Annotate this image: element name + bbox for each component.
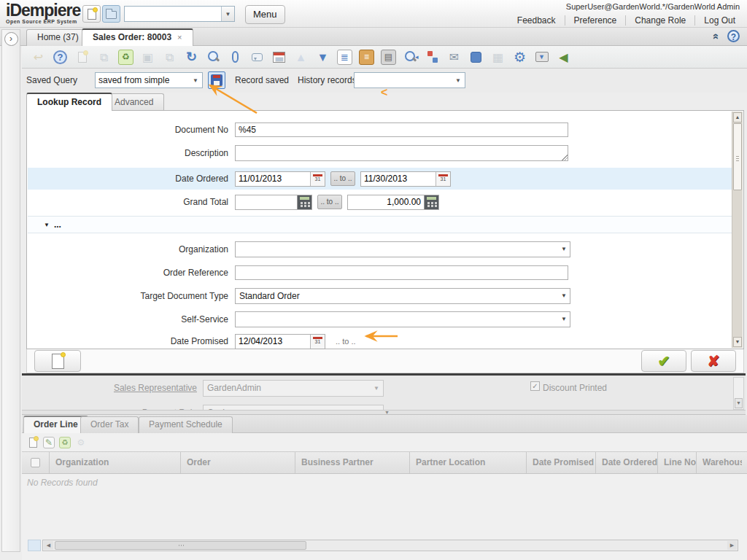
find-icon[interactable]	[206, 50, 221, 65]
delete-line-icon[interactable]: ♻	[59, 437, 71, 448]
self-service-select[interactable]: ▼	[235, 311, 570, 327]
scrollbar-track[interactable]: ◀ ▶	[42, 540, 738, 551]
target-document-type-select[interactable]: Standard Order ▼	[235, 288, 570, 304]
tab-advanced[interactable]: Advanced	[104, 93, 164, 111]
workflow-icon[interactable]	[425, 50, 440, 65]
calendar-icon[interactable]	[310, 335, 325, 349]
scrollbar-thumb[interactable]	[55, 541, 306, 550]
date-promised-from[interactable]	[235, 334, 325, 349]
scroll-up-icon[interactable]: ▲	[733, 112, 742, 122]
date-ordered-to-input[interactable]	[361, 172, 436, 186]
chevron-down-icon[interactable]: ▼	[452, 73, 465, 88]
calculator-icon[interactable]	[297, 195, 311, 209]
ok-button[interactable]: ✔	[641, 350, 686, 372]
scroll-left-icon[interactable]: ◀	[44, 541, 53, 550]
menu-button[interactable]: Menu	[245, 5, 285, 24]
form-vertical-scrollbar[interactable]: ▲ ▼	[732, 112, 743, 348]
grand-total-from-input[interactable]	[236, 195, 297, 209]
self-service-label: Self-Service	[28, 314, 235, 324]
zoom-across-icon[interactable]: ◂	[403, 50, 418, 65]
column-order[interactable]: Order	[181, 452, 295, 473]
close-icon[interactable]: ×	[177, 33, 182, 42]
feedback-link[interactable]: Feedback	[508, 15, 565, 26]
grand-total-to-input[interactable]	[348, 195, 424, 209]
detail-horizontal-scrollbar[interactable]: ◀ ▶	[28, 540, 738, 551]
help-icon[interactable]: ?	[727, 30, 740, 42]
date-range-toggle[interactable]: .. to ..	[330, 171, 355, 186]
requests-icon[interactable]: ✉	[446, 50, 462, 65]
tab-lookup-record[interactable]: Lookup Record	[26, 93, 112, 111]
tab-payment-schedule[interactable]: Payment Schedule	[139, 416, 233, 433]
print-icon[interactable]: ▤	[381, 50, 396, 65]
tab-order-tax[interactable]: Order Tax	[80, 416, 139, 433]
chevron-down-icon[interactable]: ▼	[189, 73, 202, 88]
date-promised-to-label[interactable]: .. to ..	[336, 337, 356, 346]
logout-link[interactable]: Log Out	[694, 15, 744, 26]
tab-sales-order[interactable]: Sales Order: 80003×	[82, 28, 193, 46]
group-collapse-bar[interactable]: ▼ ...	[28, 216, 732, 233]
edit-line-icon[interactable]: ✎	[43, 437, 55, 448]
archive-icon[interactable]: ≡	[359, 50, 374, 65]
grand-total-to[interactable]	[347, 195, 439, 210]
description-input[interactable]	[235, 145, 568, 161]
date-ordered-from-input[interactable]	[236, 172, 310, 186]
process-icon[interactable]: ⚙	[512, 50, 527, 65]
column-line-no[interactable]: Line No	[658, 452, 697, 473]
calendar-icon[interactable]	[436, 172, 450, 186]
detail-record-icon[interactable]: ▼	[315, 50, 330, 65]
discount-printed-label: Discount Printed	[543, 383, 607, 393]
column-organization[interactable]: Organization	[50, 452, 181, 473]
delete-record-icon[interactable]: ♻	[118, 50, 133, 65]
change-role-link[interactable]: Change Role	[625, 15, 694, 26]
history-records-select[interactable]: ▼	[354, 72, 465, 88]
folder-icon	[106, 11, 117, 19]
open-window-button[interactable]	[102, 5, 120, 23]
tab-order-line[interactable]: Order Line	[23, 416, 88, 433]
sales-order-window-disabled: Sales Representative GardenAdmin ▼ ✓ Dis…	[22, 376, 746, 410]
document-no-input[interactable]	[235, 122, 568, 137]
cancel-button[interactable]: ✘	[691, 350, 736, 372]
form-row-description: Description	[28, 143, 732, 163]
help-icon[interactable]: ?	[53, 50, 68, 65]
report-icon[interactable]: ≣	[337, 50, 352, 65]
window-size-icon[interactable]	[468, 50, 484, 65]
column-partner-location[interactable]: Partner Location	[410, 452, 527, 473]
column-business-partner[interactable]: Business Partner	[295, 452, 410, 473]
tab-home[interactable]: Home (37)	[26, 29, 90, 46]
attachment-icon[interactable]	[228, 50, 243, 65]
calendar-icon[interactable]	[310, 172, 325, 186]
date-ordered-from[interactable]	[235, 171, 325, 187]
preference-link[interactable]: Preference	[565, 15, 626, 26]
new-record-button[interactable]	[34, 350, 81, 372]
column-date-promised[interactable]: Date Promised	[527, 452, 596, 473]
scroll-down-icon[interactable]: ▼	[733, 337, 742, 347]
column-date-ordered[interactable]: Date Ordered	[596, 452, 658, 473]
pane-splitter[interactable]: ▼	[22, 410, 746, 415]
expand-panel-button[interactable]: ›	[4, 32, 18, 46]
organization-select[interactable]: ▼	[235, 241, 570, 257]
chat-icon[interactable]	[249, 50, 265, 65]
quick-search-combo[interactable]: ▼	[124, 6, 235, 22]
order-reference-input[interactable]	[235, 265, 568, 280]
exit-icon[interactable]: ◀	[556, 50, 571, 65]
calculator-icon[interactable]	[424, 195, 438, 209]
date-promised-input[interactable]	[236, 335, 310, 349]
collapse-header-icon[interactable]: «	[711, 34, 722, 39]
scroll-right-icon[interactable]: ▶	[727, 541, 737, 550]
new-line-icon[interactable]	[27, 437, 39, 448]
export-icon[interactable]: ▼	[534, 50, 549, 65]
column-warehouse[interactable]: Warehouse	[697, 452, 742, 473]
saved-query-select[interactable]: saved from simple ▼	[95, 72, 203, 88]
scrollbar-thumb[interactable]	[733, 123, 742, 190]
calendar-grid-icon[interactable]	[271, 50, 287, 65]
new-window-button[interactable]	[82, 5, 101, 23]
save-query-button[interactable]	[208, 71, 225, 89]
chevron-down-icon[interactable]: ▼	[221, 7, 234, 21]
amount-range-toggle[interactable]: .. to ..	[317, 195, 342, 209]
new-document-icon	[88, 9, 96, 20]
scroll-down-icon: ▼	[735, 398, 743, 408]
grand-total-from[interactable]	[235, 195, 312, 210]
splitter-grip-icon[interactable]: ▼	[384, 410, 390, 415]
refresh-icon[interactable]: ↻	[184, 50, 199, 65]
date-ordered-to[interactable]	[360, 171, 451, 187]
